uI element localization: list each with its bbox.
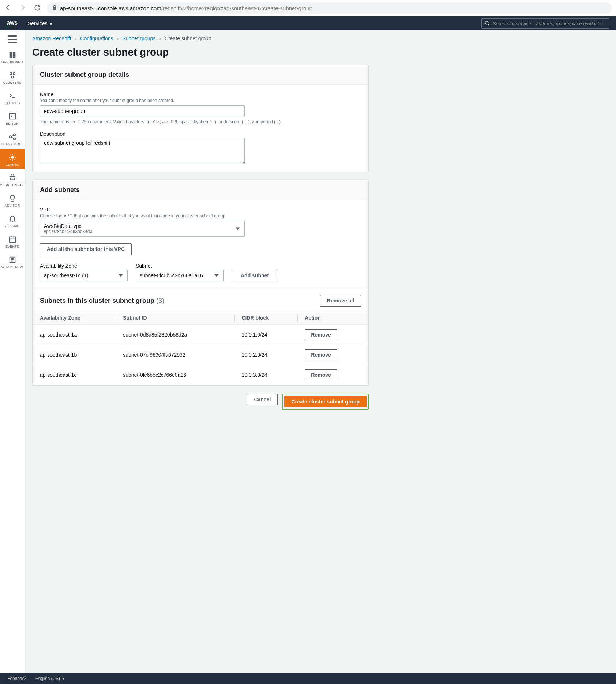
footer: Feedback English (US) ▾: [0, 673, 616, 684]
remove-button[interactable]: Remove: [305, 349, 337, 360]
add-subnets-header: Add subnets: [40, 186, 361, 194]
table-row: ap-southeast-1c subnet-0fc6b5c2c766e0a16…: [33, 365, 368, 385]
url-host: ap-southeast-1.console.aws.amazon.com: [60, 5, 161, 11]
rail-whatsnew[interactable]: WHAT'S NEW: [0, 251, 25, 272]
cell-az: ap-southeast-1a: [33, 325, 116, 345]
svg-point-6: [13, 73, 15, 75]
main-content: Amazon Redshift › Configurations › Subne…: [25, 30, 376, 673]
cell-cidr: 10.0.3.0/24: [234, 365, 298, 385]
rail-clusters[interactable]: CLUSTERS: [0, 67, 25, 87]
aws-search[interactable]: [481, 18, 609, 29]
cell-cidr: 10.0.1.0/24: [234, 325, 298, 345]
chevron-down-icon: ▾: [62, 676, 64, 681]
description-label: Description: [40, 131, 361, 137]
forward-icon[interactable]: [19, 4, 26, 12]
add-subnet-button[interactable]: Add subnet: [232, 270, 278, 281]
cell-subnet: subnet-07cf96304fa672932: [116, 345, 234, 365]
cell-subnet: subnet-0d8d85f2320b58d2a: [116, 325, 234, 345]
hamburger-icon[interactable]: [8, 35, 17, 43]
chevron-down-icon: ▾: [50, 20, 52, 26]
col-subnet-id: Subnet ID: [116, 311, 234, 325]
url-bar[interactable]: ap-southeast-1.console.aws.amazon.com/re…: [47, 2, 612, 14]
add-all-subnets-button[interactable]: Add all the subnets for this VPC: [40, 243, 132, 255]
svg-point-10: [13, 134, 15, 136]
subnet-list-section: Subnets in this cluster subnet group (3)…: [33, 288, 368, 385]
details-panel: Cluster subnet group details Name You ca…: [32, 65, 369, 172]
back-icon[interactable]: [4, 4, 12, 12]
col-az: Availability Zone: [33, 311, 116, 325]
svg-rect-8: [9, 114, 15, 119]
name-input[interactable]: [40, 105, 245, 117]
highlight-annotation: Create cluster subnet group: [282, 394, 369, 410]
subnet-table: Availability Zone Subnet ID CIDR block A…: [33, 311, 368, 385]
page-title: Create cluster subnet group: [32, 46, 369, 58]
remove-button[interactable]: Remove: [305, 329, 337, 340]
add-subnets-panel: Add subnets VPC Choose the VPC that cont…: [32, 180, 369, 386]
remove-all-button[interactable]: Remove all: [320, 295, 361, 307]
feedback-link[interactable]: Feedback: [7, 676, 27, 681]
language-selector[interactable]: English (US) ▾: [35, 676, 64, 681]
rail-dashboard[interactable]: DASHBOARD: [0, 46, 25, 67]
rail-alarms[interactable]: ALARMS: [0, 210, 25, 231]
svg-point-7: [11, 76, 14, 78]
subnet-select[interactable]: subnet-0fc6b5c2c766e0a16: [136, 270, 224, 281]
name-label: Name: [40, 91, 361, 97]
vpc-label: VPC: [40, 207, 361, 213]
svg-rect-3: [9, 55, 12, 58]
chevron-right-icon: ›: [159, 35, 161, 41]
rail-events[interactable]: EVENTS: [0, 231, 25, 251]
subnet-label: Subnet: [136, 263, 224, 269]
vpc-selected-id: vpc-078cb7f2e93ad84d0: [44, 229, 233, 234]
vpc-selected-name: AwsBigData-vpc: [44, 223, 233, 229]
services-label: Services: [28, 20, 48, 26]
col-action: Action: [297, 311, 368, 325]
url-path: /redshiftv2/home?region=ap-southeast-1#c…: [161, 5, 312, 11]
description-input[interactable]: [40, 138, 245, 164]
rail-advisor[interactable]: ADVISOR: [0, 190, 25, 210]
rail-datashares[interactable]: DATASHARES: [0, 128, 25, 149]
chevron-right-icon: ›: [117, 35, 119, 41]
table-row: ap-southeast-1a subnet-0d8d85f2320b58d2a…: [33, 325, 368, 345]
cell-subnet: subnet-0fc6b5c2c766e0a16: [116, 365, 234, 385]
rail-config[interactable]: CONFIG: [0, 149, 25, 169]
cell-cidr: 10.0.2.0/24: [234, 345, 298, 365]
svg-point-5: [10, 73, 12, 75]
col-cidr: CIDR block: [234, 311, 298, 325]
aws-logo[interactable]: aws: [7, 20, 19, 27]
svg-point-12: [11, 156, 14, 158]
name-hint: You can't modify the name after your sub…: [40, 98, 361, 103]
details-header: Cluster subnet group details: [40, 71, 361, 79]
rail-editor[interactable]: EDITOR: [0, 108, 25, 128]
rail-queries[interactable]: QUERIES: [0, 87, 25, 108]
create-button[interactable]: Create cluster subnet group: [284, 396, 367, 407]
svg-rect-1: [9, 52, 12, 55]
table-row: ap-southeast-1b subnet-07cf96304fa672932…: [33, 345, 368, 365]
reload-icon[interactable]: [34, 4, 41, 12]
cancel-button[interactable]: Cancel: [247, 394, 278, 405]
az-select[interactable]: ap-southeast-1c (1): [40, 270, 128, 281]
chevron-right-icon: ›: [75, 35, 77, 41]
services-menu[interactable]: Services ▾: [28, 20, 52, 26]
page-actions: Cancel Create cluster subnet group: [32, 394, 369, 410]
browser-chrome: ap-southeast-1.console.aws.amazon.com/re…: [0, 0, 616, 16]
svg-point-0: [485, 21, 488, 24]
vpc-select[interactable]: AwsBigData-vpc vpc-078cb7f2e93ad84d0: [40, 221, 245, 237]
breadcrumb-configurations[interactable]: Configurations: [80, 35, 113, 41]
subnet-count: (3): [156, 297, 164, 304]
vpc-hint: Choose the VPC that contains the subnets…: [40, 213, 361, 218]
search-icon: [485, 20, 490, 27]
svg-rect-4: [12, 55, 15, 58]
cell-az: ap-southeast-1c: [33, 365, 116, 385]
svg-point-9: [9, 136, 11, 138]
remove-button[interactable]: Remove: [305, 369, 337, 380]
svg-rect-2: [12, 52, 15, 55]
breadcrumb: Amazon Redshift › Configurations › Subne…: [32, 30, 369, 46]
cell-az: ap-southeast-1b: [33, 345, 116, 365]
svg-rect-13: [9, 237, 15, 243]
search-input[interactable]: [493, 21, 606, 26]
breadcrumb-redshift[interactable]: Amazon Redshift: [32, 35, 71, 41]
lock-icon: [52, 5, 57, 11]
rail-marketplace[interactable]: MARKETPLACE: [0, 169, 25, 190]
breadcrumb-subnet-groups[interactable]: Subnet groups: [122, 35, 155, 41]
az-label: Availability Zone: [40, 263, 128, 269]
